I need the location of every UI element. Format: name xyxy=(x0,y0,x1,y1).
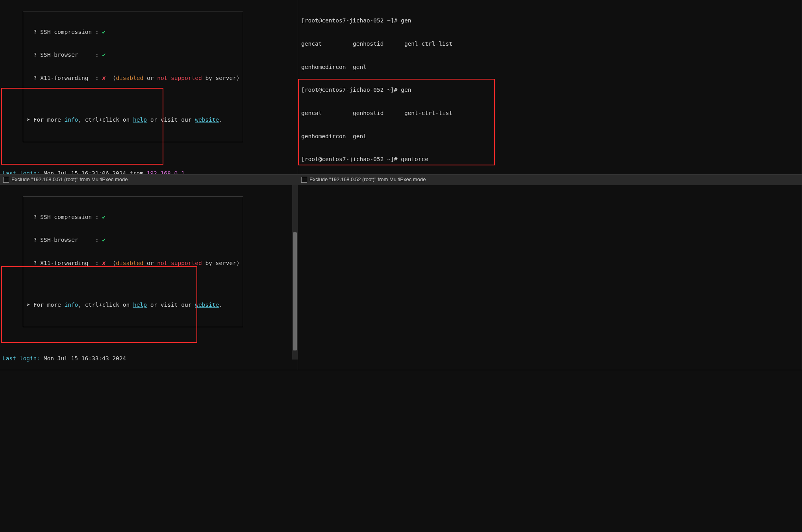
terminal-pane-053[interactable]: ? SSH compression : ✔ ? SSH-browser : ✔ … xyxy=(0,185,298,370)
website-link[interactable]: website xyxy=(195,302,219,308)
ssh-browser-label: ? SSH-browser : xyxy=(26,52,102,58)
more-info-text: ➤ For more xyxy=(26,302,64,308)
check-icon: ✔ xyxy=(102,29,106,35)
more-info-text: ➤ For more xyxy=(26,117,64,123)
terminal-content[interactable]: ? SSH compression : ✔ ? SSH-browser : ✔ … xyxy=(0,185,298,370)
help-link[interactable]: help xyxy=(133,117,147,123)
exclude-checkbox-label[interactable]: Exclude "192.168.0.51 (root)" from Multi… xyxy=(11,176,128,183)
gen-completion: gencat genhostid genl-ctrl-list xyxy=(301,41,452,47)
exclude-checkbox[interactable] xyxy=(3,177,9,183)
x-icon: ✘ xyxy=(102,260,106,266)
terminal-pane-empty xyxy=(298,185,802,370)
exclude-checkbox-label[interactable]: Exclude "192.168.0.52 (root)" from Multi… xyxy=(309,176,426,183)
terminal-grid: ? SSH compression : ✔ ? SSH-browser : ✔ … xyxy=(0,0,802,370)
scrollbar-thumb[interactable] xyxy=(293,232,297,350)
pane-footer: Exclude "192.168.0.51 (root)" from Multi… xyxy=(0,174,298,185)
scrollbar[interactable] xyxy=(292,185,298,360)
last-login-label: Last login: xyxy=(2,355,40,361)
website-link[interactable]: website xyxy=(195,117,219,123)
terminal-content[interactable]: [root@centos7-jichao-052 ~]# gen gencat … xyxy=(298,0,802,185)
terminal-content[interactable]: ? SSH compression : ✔ ? SSH-browser : ✔ … xyxy=(0,0,298,185)
ssh-compression-label: ? SSH compression : xyxy=(26,29,102,35)
welcome-box: ? SSH compression : ✔ ? SSH-browser : ✔ … xyxy=(23,11,243,142)
exclude-checkbox[interactable] xyxy=(301,177,307,183)
x11-forwarding-label: ? X11-forwarding : xyxy=(26,260,102,266)
terminal-pane-052[interactable]: [root@centos7-jichao-052 ~]# gen gencat … xyxy=(298,0,802,185)
x11-forwarding-label: ? X11-forwarding : xyxy=(26,75,102,81)
ssh-compression-label: ? SSH compression : xyxy=(26,214,102,220)
help-link[interactable]: help xyxy=(133,302,147,308)
terminal-pane-051[interactable]: ? SSH compression : ✔ ? SSH-browser : ✔ … xyxy=(0,0,298,185)
check-icon: ✔ xyxy=(102,237,106,243)
pane-footer: Exclude "192.168.0.52 (root)" from Multi… xyxy=(298,174,802,185)
check-icon: ✔ xyxy=(102,214,106,220)
x-icon: ✘ xyxy=(102,75,106,81)
welcome-box: ? SSH compression : ✔ ? SSH-browser : ✔ … xyxy=(23,196,243,327)
check-icon: ✔ xyxy=(102,52,106,58)
ssh-browser-label: ? SSH-browser : xyxy=(26,237,102,243)
